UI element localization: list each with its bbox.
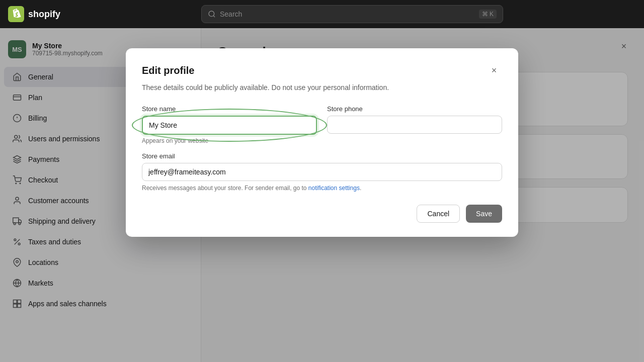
svg-rect-0	[8, 6, 24, 22]
store-phone-label: Store phone	[327, 105, 502, 113]
store-email-group: Store email Receives messages about your…	[201, 152, 502, 193]
save-button[interactable]: Save	[466, 205, 502, 223]
main-layout: MS My Store 709715-98.myshopify.com Gene…	[0, 28, 644, 362]
modal-close-button[interactable]: ×	[486, 62, 502, 78]
shopify-logo-icon	[8, 6, 24, 22]
store-name-group: Store name Appears on your website	[201, 105, 317, 144]
logo-text: shopify	[28, 9, 60, 20]
email-hint: Receives messages about your store. For …	[201, 184, 502, 193]
store-name-label: Store name	[201, 105, 317, 113]
modal-footer: Cancel Save	[201, 205, 502, 223]
modal-overlay: Edit profile × These details could be pu…	[201, 28, 644, 362]
content-area: × General Store details S... Un... l... …	[201, 28, 644, 362]
search-icon	[208, 10, 216, 18]
modal-subtitle: These details could be publicly availabl…	[201, 82, 502, 93]
modal-header: Edit profile ×	[201, 62, 502, 78]
name-phone-row: Store name Appears on your website Store…	[201, 105, 502, 144]
edit-profile-modal: Edit profile × These details could be pu…	[201, 48, 518, 237]
topbar: shopify Search ⌘ K	[0, 0, 644, 28]
svg-line-2	[213, 16, 215, 17]
svg-point-1	[209, 11, 214, 17]
store-name-hint: Appears on your website	[201, 137, 317, 144]
search-placeholder: Search	[220, 10, 242, 18]
store-email-label: Store email	[201, 152, 502, 160]
logo-area: shopify	[8, 6, 60, 22]
store-name-input-wrapper	[201, 116, 317, 135]
cancel-button[interactable]: Cancel	[417, 205, 460, 223]
store-phone-group: Store phone	[327, 105, 502, 144]
store-email-input[interactable]	[201, 163, 502, 181]
search-bar[interactable]: Search ⌘ K	[201, 5, 503, 23]
store-name-input[interactable]	[201, 116, 317, 135]
search-shortcut: ⌘ K	[479, 10, 497, 19]
notification-settings-link[interactable]: notification settings	[308, 185, 360, 192]
store-phone-input[interactable]	[327, 116, 502, 134]
